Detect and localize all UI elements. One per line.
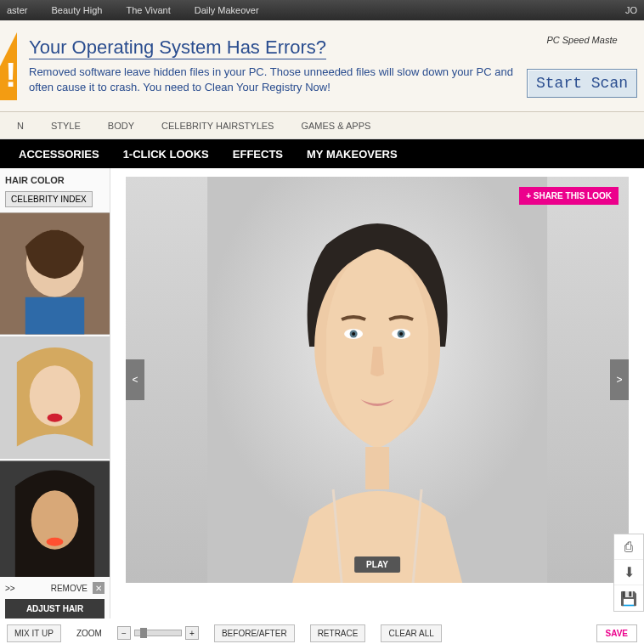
nav-item[interactable]: N — [3, 121, 37, 131]
ad-headline: Your Operating System Has Errors? — [29, 37, 326, 59]
ad-body: Removed software leave hidden files in y… — [29, 65, 513, 94]
zoom-thumb[interactable] — [140, 628, 147, 638]
nav-item-my-makeovers[interactable]: MY MAKEOVERS — [295, 148, 410, 161]
side-tool-panel: ⎙ ⬇ 💾 — [613, 534, 644, 612]
remove-prefix: >> — [5, 584, 15, 593]
network-link[interactable]: Daily Makeover — [195, 5, 259, 15]
ad-banner: Your Operating System Has Errors? Remove… — [0, 20, 644, 112]
svg-point-6 — [48, 414, 63, 422]
secondary-nav: ACCESSORIES 1-CLICK LOOKS EFFECTS MY MAK… — [0, 139, 644, 168]
nav-item[interactable]: CELEBRITY HAIRSTYLES — [148, 121, 287, 131]
svg-point-18 — [399, 332, 403, 336]
next-arrow-button[interactable]: > — [610, 359, 629, 400]
top-network-bar: aster Beauty High The Vivant Daily Makeo… — [0, 0, 644, 20]
mix-it-up-button[interactable]: MIX IT UP — [7, 624, 61, 642]
svg-rect-19 — [365, 447, 389, 489]
zoom-control: − + — [117, 626, 199, 640]
canvas-area: + SHARE THIS LOOK < > PLAY — [110, 168, 644, 619]
svg-rect-2 — [25, 297, 84, 335]
celeb-thumbnail[interactable] — [0, 460, 110, 577]
adjust-hair-button[interactable]: ADJUST HAIR — [5, 599, 105, 619]
celeb-thumbnail[interactable] — [0, 336, 110, 459]
join-link[interactable]: JO — [625, 5, 637, 15]
prev-arrow-button[interactable]: < — [126, 359, 144, 400]
nav-item-accessories[interactable]: ACCESSORIES — [7, 148, 111, 161]
save-button[interactable]: SAVE — [596, 624, 638, 642]
sidebar-section-label: HAIR COLOR — [0, 168, 110, 190]
nav-item[interactable]: BODY — [94, 121, 148, 131]
ad-copy: Your Operating System Has Errors? Remove… — [17, 31, 525, 99]
download-icon[interactable]: ⬇ — [614, 560, 643, 585]
warning-icon — [0, 32, 17, 100]
nav-item-looks[interactable]: 1-CLICK LOOKS — [111, 148, 221, 161]
model-face — [196, 177, 558, 583]
start-scan-button[interactable]: Start Scan — [527, 69, 637, 98]
remove-label: REMOVE — [51, 584, 88, 593]
network-link[interactable]: aster — [7, 5, 27, 15]
remove-button[interactable]: ✕ — [93, 582, 105, 594]
play-button[interactable]: PLAY — [354, 556, 400, 573]
primary-nav: N STYLE BODY CELEBRITY HAIRSTYLES GAMES … — [0, 112, 644, 139]
svg-point-10 — [47, 538, 64, 546]
print-icon[interactable]: ⎙ — [614, 534, 643, 560]
retrace-button[interactable]: RETRACE — [310, 624, 366, 642]
sidebar: HAIR COLOR CELEBRITY INDEX >> REMOVE ✕ A… — [0, 168, 110, 619]
network-link[interactable]: The Vivant — [126, 5, 170, 15]
zoom-in-button[interactable]: + — [185, 626, 199, 640]
celebrity-index-button[interactable]: CELEBRITY INDEX — [5, 191, 93, 207]
model-stage: + SHARE THIS LOOK < > PLAY — [126, 177, 629, 583]
nav-item[interactable]: GAMES & APPS — [287, 121, 384, 131]
ad-brand: PC Speed Maste — [525, 35, 639, 45]
share-look-button[interactable]: + SHARE THIS LOOK — [519, 187, 619, 205]
zoom-slider[interactable] — [134, 630, 182, 636]
network-link[interactable]: Beauty High — [51, 5, 102, 15]
zoom-label: ZOOM — [76, 629, 102, 638]
before-after-button[interactable]: BEFORE/AFTER — [214, 624, 295, 642]
bottom-toolbar: MIX IT UP ZOOM − + BEFORE/AFTER RETRACE … — [0, 619, 644, 644]
clear-all-button[interactable]: CLEAR ALL — [381, 624, 441, 642]
zoom-out-button[interactable]: − — [117, 626, 131, 640]
svg-point-15 — [352, 332, 355, 336]
nav-item[interactable]: STYLE — [37, 121, 94, 131]
nav-item-effects[interactable]: EFFECTS — [221, 148, 295, 161]
save-icon[interactable]: 💾 — [614, 585, 643, 611]
celeb-thumbnail[interactable] — [0, 212, 110, 335]
